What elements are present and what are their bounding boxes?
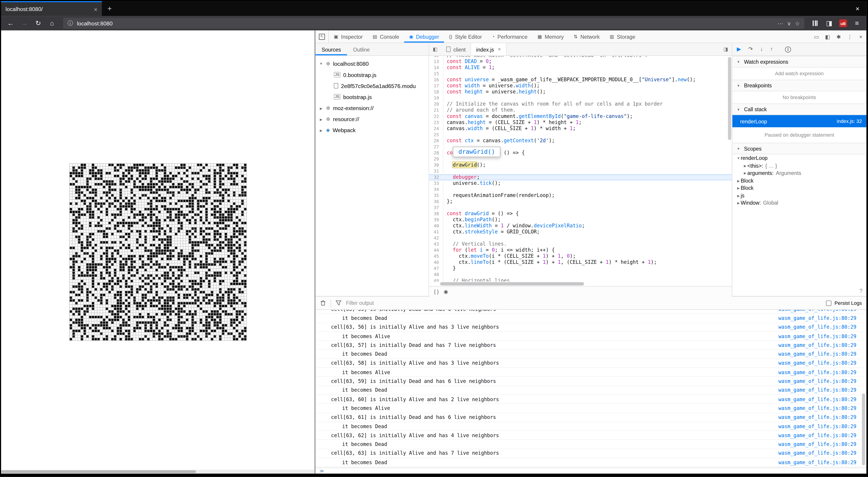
scope-item[interactable]: ▶Block (733, 177, 866, 184)
close-tab-icon[interactable]: × (498, 46, 501, 52)
line-number[interactable]: 41 (429, 229, 443, 235)
scrollbar-thumb[interactable] (440, 282, 584, 286)
line-number[interactable]: 18 (429, 89, 443, 95)
line-number[interactable]: 25 (429, 132, 443, 138)
devtools-close-button[interactable]: × (855, 30, 866, 42)
callstack-frame[interactable]: renderLoopindex.js: 32 (733, 115, 866, 127)
console-message[interactable]: it becomes Alivewasm_game_of_life.js:80:… (315, 368, 866, 377)
code-line[interactable]: 16const universe = _wasm_game_of_life__W… (429, 77, 732, 83)
devtools-tab-performance[interactable]: ◔Performance (487, 30, 533, 42)
code-line[interactable]: 48 (429, 272, 732, 278)
source-tree-item[interactable]: ▼⊕localhost:8080 (315, 58, 428, 69)
filter-icon[interactable] (335, 300, 341, 306)
source-tree-item[interactable]: ▶⊕moz-extension:// (315, 102, 428, 114)
scope-item[interactable]: ▶arguments:Arguments (733, 169, 866, 177)
line-number[interactable]: 47 (429, 266, 443, 272)
console-message[interactable]: cell[63, 61] is initially Dead and has 6… (315, 413, 866, 422)
code-line[interactable]: 41 ctx.strokeStyle = GRID_COLOR; (429, 229, 732, 235)
line-number[interactable]: 21 (429, 107, 443, 114)
console-message[interactable]: cell[63, 59] is initially Dead and has 6… (315, 377, 866, 386)
code-line[interactable]: 46 ctx.lineTo(i * (CELL_SIZE + 1) + 1, (… (429, 259, 732, 266)
line-number[interactable]: 43 (429, 241, 443, 247)
tab-sources[interactable]: Sources (315, 43, 347, 55)
step-out-button[interactable]: ↑ (770, 46, 773, 52)
code-line[interactable]: 15 (429, 71, 732, 77)
persist-logs-checkbox[interactable] (826, 300, 832, 306)
back-button[interactable]: ← (4, 18, 17, 29)
console-message[interactable]: it becomes Deadwasm_game_of_life.js:80:2… (315, 314, 866, 323)
console-vertical-scrollbar[interactable] (862, 393, 865, 466)
console-source-link[interactable]: wasm_game_of_life.js:80:29 (778, 370, 866, 375)
line-number[interactable]: 46 (429, 259, 443, 266)
code-line[interactable]: 40 ctx.lineWidth = 1 / window.devicePixe… (429, 223, 732, 229)
code-line[interactable]: 49 // Horizontal lines. (429, 278, 732, 282)
editor-vertical-scrollbar[interactable] (728, 57, 731, 140)
step-in-button[interactable]: ↓ (760, 46, 763, 52)
scope-item[interactable]: ▶Block (733, 184, 866, 192)
scope-item[interactable]: ▶Window:Global (733, 199, 866, 206)
code-line[interactable]: 47 } (429, 266, 732, 272)
console-source-link[interactable]: wasm_game_of_life.js:80:29 (778, 387, 866, 393)
scrollbar-thumb[interactable] (1, 470, 196, 473)
game-canvas[interactable] (69, 163, 247, 341)
pocket-icon[interactable]: ∨ (787, 20, 791, 26)
code-line[interactable]: 32 debugger; (429, 174, 732, 180)
devtools-tab-debugger[interactable]: ◉Debugger (404, 30, 444, 42)
source-tree-item[interactable]: JSbootstrap.js (315, 91, 428, 102)
console-source-link[interactable]: wasm_game_of_life.js:80:29 (778, 451, 866, 456)
code-line[interactable]: 39 ctx.beginPath(); (429, 217, 732, 223)
preview-eye-icon[interactable]: ◉ (444, 289, 448, 294)
source-tree-item[interactable]: ▶◈Webpack (315, 125, 428, 135)
window-close-button[interactable]: × (849, 1, 866, 16)
console-message[interactable]: it becomes Deadwasm_game_of_life.js:80:2… (315, 440, 866, 449)
bookmark-star-icon[interactable]: ☆ (795, 20, 800, 26)
url-bar[interactable]: ⓘ localhost:8080 ⋯ ∨ ☆ (63, 18, 804, 29)
tab-outline[interactable]: Outline (347, 43, 376, 55)
code-line[interactable]: 19 (429, 95, 732, 101)
code-line[interactable]: 26const ctx = canvas.getContext('2d'); (429, 138, 732, 144)
console-source-link[interactable]: wasm_game_of_life.js:80:29 (778, 360, 866, 366)
source-tree-item[interactable]: 2e8f57c9c0e5a1ad6576.modu (315, 80, 428, 91)
devtools-tab-storage[interactable]: ▥Storage (605, 30, 640, 42)
console-source-link[interactable]: wasm_game_of_life.js:80:29 (778, 442, 866, 447)
code-line[interactable]: 42 (429, 235, 732, 241)
console-message[interactable]: it becomes Deadwasm_game_of_life.js:80:2… (315, 350, 866, 359)
console-message[interactable]: cell[63, 58] is initially Alive and has … (315, 359, 866, 368)
dock-options-icon[interactable]: ◧ (822, 30, 833, 42)
line-number[interactable]: 30 (429, 162, 443, 168)
collapse-sources-icon[interactable]: ◧ (429, 43, 441, 55)
scope-item[interactable]: ▼renderLoop (733, 154, 866, 162)
line-number[interactable]: 48 (429, 272, 443, 278)
console-input-row[interactable]: ≫ (315, 468, 866, 474)
sidebar-toggle-button[interactable]: ◨ (823, 18, 835, 29)
home-button[interactable]: ⌂ (46, 18, 58, 29)
code-line[interactable]: 20// Initialize the canvas with room for… (429, 101, 732, 107)
line-number[interactable]: 33 (429, 180, 443, 186)
line-number[interactable]: 12 (429, 56, 443, 59)
console-source-link[interactable]: wasm_game_of_life.js:80:29 (778, 342, 866, 348)
browser-tab[interactable]: localhost:8080/ × (1, 1, 102, 16)
console-source-link[interactable]: wasm_game_of_life.js:80:29 (778, 351, 866, 357)
pick-element-button[interactable]: ↖ (315, 30, 329, 42)
source-tree-item[interactable]: ▶⊕resource:// (315, 114, 428, 125)
line-number[interactable]: 15 (429, 71, 443, 77)
site-info-icon[interactable]: ⓘ (68, 19, 73, 27)
code-line[interactable]: 37 (429, 204, 732, 211)
page-horizontal-scrollbar[interactable] (1, 470, 314, 474)
console-message[interactable]: it becomes Deadwasm_game_of_life.js:80:2… (315, 422, 866, 431)
line-number[interactable]: 26 (429, 138, 443, 144)
add-watch-expression[interactable]: Add watch expression (733, 67, 866, 80)
devtools-tab-memory[interactable]: ▦Memory (532, 30, 569, 42)
breakpoints-header[interactable]: ▼ Breakpoints (733, 80, 866, 91)
devtools-tab-inspector[interactable]: ▣Inspector (329, 30, 368, 42)
console-message[interactable]: cell[63, 63] is initially Alive and has … (315, 449, 866, 458)
line-number[interactable]: 39 (429, 217, 443, 223)
line-number[interactable]: 27 (429, 144, 443, 150)
code-line[interactable]: 13const DEAD = 0; (429, 59, 732, 65)
console-message[interactable]: it becomes Alivewasm_game_of_life.js:80:… (315, 404, 866, 413)
ublock-extension-icon[interactable]: uB (839, 19, 847, 27)
line-number[interactable]: 38 (429, 211, 443, 217)
line-number[interactable]: 45 (429, 253, 443, 259)
code-line[interactable]: 38const drawGrid = () => { (429, 211, 732, 217)
responsive-design-icon[interactable]: ▭ (811, 30, 822, 42)
